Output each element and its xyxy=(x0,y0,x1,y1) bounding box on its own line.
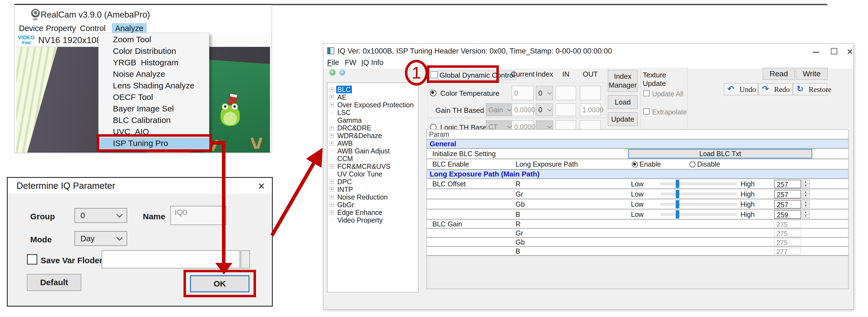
tree-expand-icon[interactable]: + xyxy=(330,87,334,92)
tree-item-gamma[interactable]: Gamma xyxy=(328,116,418,124)
tree-item-intp[interactable]: +INTP xyxy=(328,185,418,193)
redo-button[interactable]: ↷ Redo xyxy=(758,83,793,95)
offset-value-field[interactable]: 257 xyxy=(774,180,801,188)
analyze-menu-item-bayer-image-sel[interactable]: Bayer Image Sel xyxy=(99,103,209,114)
tree-expand-icon[interactable]: + xyxy=(330,165,334,169)
isp-menubar-item-fw[interactable]: FW xyxy=(345,59,356,67)
spin-up-icon[interactable]: ▲ xyxy=(802,180,810,184)
tree-item-video-property[interactable]: Video Property xyxy=(328,216,418,224)
color-temperature-current-field[interactable]: 0 xyxy=(512,86,534,100)
tree-expand-icon[interactable]: + xyxy=(330,195,334,199)
tree-item-edge-enhance[interactable]: +Edge Enhance xyxy=(328,209,418,216)
offset-slider-thumb[interactable] xyxy=(676,190,679,198)
gain-th-current-field[interactable]: 0.0000 xyxy=(512,103,534,116)
tree-item-wdr-dehaze[interactable]: +WDR&Dehaze xyxy=(328,132,418,139)
close-icon[interactable]: × xyxy=(847,46,853,58)
menubar-item-device[interactable]: Device xyxy=(16,24,46,33)
browse-folder-button[interactable] xyxy=(241,250,250,269)
analyze-menu-item-zoom-tool[interactable]: Zoom Tool xyxy=(99,34,209,45)
offset-value-field[interactable]: 257 xyxy=(774,190,801,199)
gain-th-basis-dropdown[interactable]: Gain xyxy=(486,103,513,116)
offset-slider-thumb[interactable] xyxy=(676,200,679,208)
gain-th-out-field[interactable]: 1.0000 xyxy=(580,103,601,116)
tree-expand-icon[interactable]: + xyxy=(330,203,334,207)
expand-all-icon[interactable]: + xyxy=(329,69,335,75)
offset-slider-track[interactable] xyxy=(661,182,737,185)
tree-item-fcr-mcr-uvs[interactable]: +FCR&MCR&UVS xyxy=(328,163,418,170)
tree-item-ccm[interactable]: CCM xyxy=(328,155,418,163)
tree-expand-icon[interactable]: + xyxy=(330,126,334,130)
tree-expand-icon[interactable]: + xyxy=(330,134,334,138)
tree-item-gbgr[interactable]: +GbGr xyxy=(328,201,418,209)
ok-button[interactable]: OK xyxy=(190,275,249,292)
spin-up-icon[interactable]: ▲ xyxy=(802,200,810,204)
gain-th-in-field[interactable] xyxy=(556,103,576,116)
analyze-menu-item-blc-calibration[interactable]: BLC Calibration xyxy=(99,114,209,126)
close-icon[interactable]: × xyxy=(258,179,265,193)
tree-expand-icon[interactable]: + xyxy=(330,180,334,184)
tree-item-drc-dre[interactable]: +DRC&DRE xyxy=(328,124,418,132)
update-button[interactable]: Update xyxy=(608,112,638,126)
spin-up-icon[interactable]: ▲ xyxy=(802,190,810,194)
write-button[interactable]: Write xyxy=(796,68,828,80)
analyze-menu-item-noise-analyze[interactable]: Noise Analyze xyxy=(99,68,209,80)
spin-down-icon[interactable]: ▼ xyxy=(802,194,810,198)
group-dropdown[interactable]: 0 xyxy=(74,208,127,223)
tree-item-over-exposed-protection[interactable]: +Over Exposed Protection xyxy=(328,101,418,109)
tree-expand-icon[interactable]: + xyxy=(330,141,334,145)
offset-slider-track[interactable] xyxy=(661,213,737,215)
analyze-menu-item-color-distribution[interactable]: Color Distribution xyxy=(99,45,209,57)
offset-slider-track[interactable] xyxy=(661,203,737,205)
analyze-menu-item-yrgb-histogram[interactable]: YRGB Histogram xyxy=(99,57,209,68)
isp-menubar-item-file[interactable]: File xyxy=(327,59,339,67)
collapse-all-icon[interactable]: − xyxy=(339,69,345,75)
color-temperature-in-field[interactable] xyxy=(556,86,576,100)
load-button[interactable]: Load xyxy=(608,95,638,109)
color-temperature-radio[interactable] xyxy=(430,90,436,96)
analyze-menu-item-lens-shading-analyze[interactable]: Lens Shading Analyze xyxy=(99,80,209,92)
blc-disable-radio[interactable] xyxy=(689,162,695,168)
isp-menubar-item-iq-info[interactable]: IQ Info xyxy=(361,59,383,67)
tree-expand-icon[interactable]: + xyxy=(330,211,334,215)
save-var-folder-checkbox[interactable] xyxy=(27,254,37,265)
restore-button[interactable]: ↻ Restore xyxy=(793,83,827,95)
undo-button[interactable]: ↶ Undo xyxy=(724,83,758,95)
maximize-icon[interactable] xyxy=(831,48,837,54)
name-field[interactable]: IQ0 xyxy=(170,206,226,225)
update-all-checkbox[interactable] xyxy=(643,90,650,96)
offset-value-field[interactable]: 259 xyxy=(774,210,801,219)
offset-slider-thumb[interactable] xyxy=(676,210,679,218)
tree-expand-icon[interactable]: + xyxy=(330,187,334,191)
extrapolate-checkbox[interactable] xyxy=(643,108,650,114)
color-temperature-index-dropdown[interactable]: 0 xyxy=(536,86,553,100)
index-manager-button[interactable]: Index Manager xyxy=(608,70,638,92)
spin-down-icon[interactable]: ▼ xyxy=(802,184,810,188)
load-blc-txt-button[interactable]: Load BLC Txt xyxy=(628,149,812,158)
tree-item-awb-gain-adjust[interactable]: AWB Gain Adjust xyxy=(328,147,418,155)
read-button[interactable]: Read xyxy=(763,68,795,80)
minimize-icon[interactable] xyxy=(813,52,819,53)
tree-item-uv-color-tune[interactable]: UV Color Tune xyxy=(328,170,418,178)
analyze-menu-item-oecf-tool[interactable]: OECF Tool xyxy=(99,92,209,103)
blc-enable-radio[interactable] xyxy=(632,162,638,168)
tree-item-noise-reduction[interactable]: +Noise Reduction xyxy=(328,193,418,201)
mode-dropdown[interactable]: Day xyxy=(74,231,127,246)
tree-item-dpc[interactable]: +DPC xyxy=(328,178,418,185)
gain-th-index-dropdown[interactable]: 0 xyxy=(536,103,553,116)
default-button[interactable]: Default xyxy=(27,274,81,291)
color-temperature-out-field[interactable] xyxy=(580,86,601,100)
offset-slider-thumb[interactable] xyxy=(676,180,679,188)
menubar-item-control[interactable]: Control xyxy=(77,24,108,33)
tree-item-lsc[interactable]: LSC xyxy=(328,109,418,116)
menubar-item-analyze[interactable]: Analyze xyxy=(112,24,146,33)
offset-value-field[interactable]: 257 xyxy=(774,200,801,209)
tree-item-awb[interactable]: +AWB xyxy=(328,139,418,147)
spin-up-icon[interactable]: ▲ xyxy=(802,210,810,214)
tree-expand-icon[interactable]: + xyxy=(330,103,334,107)
tree-item-ae[interactable]: +AE xyxy=(328,93,418,101)
spin-down-icon[interactable]: ▼ xyxy=(802,204,810,208)
offset-slider-track[interactable] xyxy=(661,193,737,195)
spin-down-icon[interactable]: ▼ xyxy=(802,214,810,218)
tree-item-blc[interactable]: +BLC xyxy=(328,85,418,93)
menubar-item-property[interactable]: Property xyxy=(43,24,79,33)
